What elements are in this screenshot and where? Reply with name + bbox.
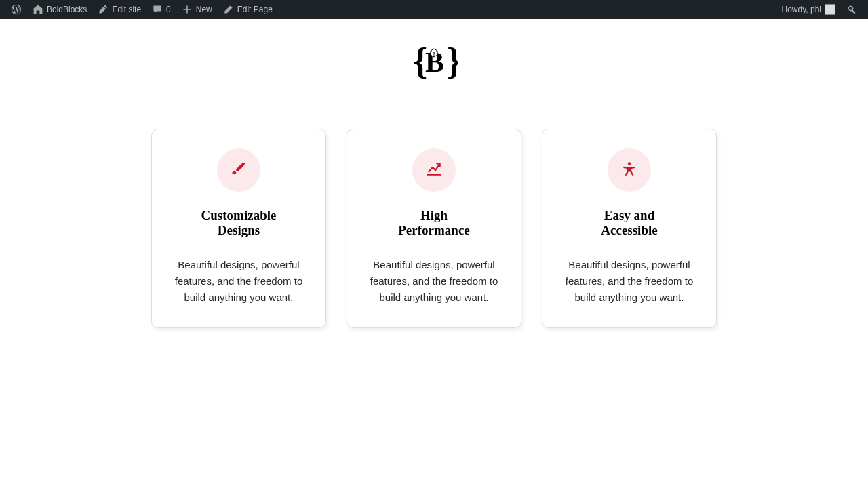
card-icon-circle	[608, 148, 651, 192]
edit-site-link[interactable]: Edit site	[92, 0, 146, 19]
edit-page-link[interactable]: Edit Page	[218, 0, 278, 19]
comments-count: 0	[166, 5, 171, 14]
search-toggle[interactable]	[841, 0, 863, 19]
chart-line-icon	[425, 160, 443, 180]
card-icon-circle	[217, 148, 260, 192]
boldblocks-logo: { } B	[410, 76, 458, 87]
card-title: High Performance	[361, 208, 507, 238]
site-name-link[interactable]: BoldBlocks	[27, 0, 92, 19]
card-title: Easy and Accessible	[556, 208, 703, 238]
card-title: Customizable Designs	[165, 208, 312, 238]
title-line1: High	[420, 208, 448, 222]
admin-bar-left: BoldBlocks Edit site 0 New Edit Page	[5, 0, 278, 19]
title-line2: Designs	[218, 223, 260, 237]
avatar	[825, 4, 835, 15]
greeting-text: Howdy, phi	[782, 5, 821, 14]
comments-icon	[152, 4, 163, 15]
svg-text:}: }	[447, 41, 458, 81]
new-content-link[interactable]: New	[176, 0, 218, 19]
wp-admin-bar: BoldBlocks Edit site 0 New Edit Page	[0, 0, 868, 19]
edit-site-text: Edit site	[112, 5, 141, 14]
card-body: Beautiful designs, powerful features, an…	[361, 257, 507, 306]
site-logo-area: { } B	[0, 19, 868, 129]
new-text: New	[196, 5, 212, 14]
card-high-performance: High Performance Beautiful designs, powe…	[347, 129, 521, 328]
title-line1: Easy and	[604, 208, 654, 222]
user-menu[interactable]: Howdy, phi	[776, 0, 841, 19]
card-icon-circle	[412, 148, 456, 192]
edit-page-text: Edit Page	[237, 5, 273, 14]
search-icon	[846, 4, 857, 15]
feature-cards: Customizable Designs Beautiful designs, …	[0, 129, 868, 328]
wp-logo-menu[interactable]	[5, 0, 27, 19]
brush-icon	[230, 160, 248, 180]
comments-link[interactable]: 0	[146, 0, 176, 19]
card-easy-accessible: Easy and Accessible Beautiful designs, p…	[542, 129, 717, 328]
edit-site-icon	[98, 4, 108, 15]
wordpress-icon	[11, 4, 22, 15]
home-icon	[33, 4, 43, 15]
site-name-text: BoldBlocks	[47, 5, 87, 14]
card-body: Beautiful designs, powerful features, an…	[556, 257, 703, 306]
title-line2: Performance	[398, 223, 470, 237]
card-customizable-designs: Customizable Designs Beautiful designs, …	[151, 129, 326, 328]
svg-point-7	[628, 162, 631, 165]
title-line1: Customizable	[201, 208, 277, 222]
title-line2: Accessible	[601, 223, 657, 237]
card-body: Beautiful designs, powerful features, an…	[165, 257, 312, 306]
pencil-icon	[223, 4, 234, 15]
admin-bar-right: Howdy, phi	[776, 0, 863, 19]
plus-icon	[182, 4, 193, 15]
accessibility-icon	[620, 160, 638, 180]
